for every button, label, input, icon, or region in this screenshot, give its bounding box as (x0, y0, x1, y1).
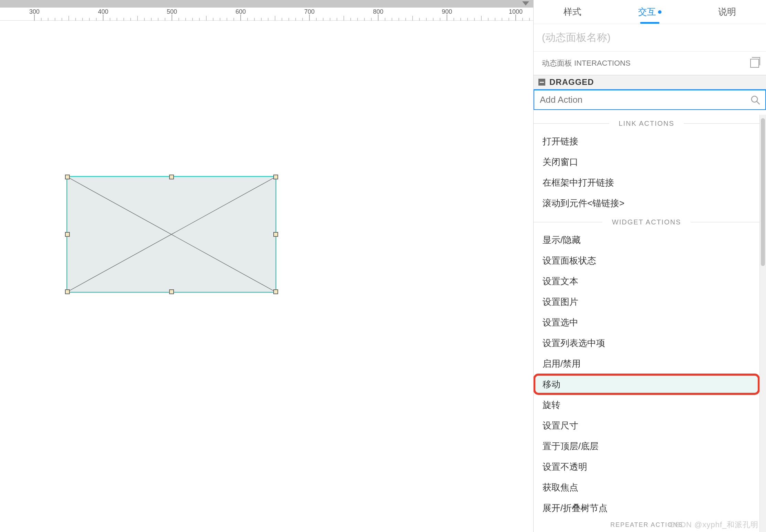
action-item[interactable]: 关闭窗口 (534, 152, 759, 172)
tab-interactions[interactable]: 交互 (611, 0, 688, 24)
inspector-panel: 样式 交互 说明 (动态面板名称) 动态面板 INTERACTIONS DRAG… (533, 0, 766, 532)
action-item[interactable]: 获取焦点 (534, 477, 759, 498)
action-list[interactable]: LINK ACTIONS打开链接关闭窗口在框架中打开链接滚动到元件<锚链接>WI… (534, 115, 760, 532)
add-action-search[interactable] (534, 89, 766, 110)
action-group-header: LINK ACTIONS (534, 115, 759, 131)
svg-text:400: 400 (98, 8, 108, 15)
svg-text:300: 300 (29, 8, 40, 15)
action-item[interactable]: 打开链接 (534, 131, 759, 152)
action-group-header: WIDGET ACTIONS (534, 213, 759, 230)
resize-handle-ml[interactable] (65, 232, 70, 237)
resize-handle-br[interactable] (273, 289, 278, 294)
search-icon (750, 95, 760, 105)
event-header-dragged[interactable]: DRAGGED (534, 75, 766, 89)
action-item[interactable]: 启用/禁用 (534, 353, 759, 374)
add-action-input[interactable] (534, 90, 765, 109)
action-item[interactable]: 显示/隐藏 (534, 230, 759, 250)
interactions-section-label: 动态面板 INTERACTIONS (542, 58, 631, 68)
action-item[interactable]: 设置列表选中项 (534, 333, 759, 353)
scrollbar-thumb[interactable] (761, 118, 765, 266)
resize-handle-tl[interactable] (65, 175, 70, 179)
action-item[interactable]: 设置面板状态 (534, 250, 759, 271)
collapse-icon[interactable] (538, 79, 545, 86)
action-item[interactable]: 滚动到元件<锚链接> (534, 193, 759, 213)
action-item[interactable]: 在框架中打开链接 (534, 172, 759, 193)
svg-text:500: 500 (167, 8, 177, 15)
svg-text:800: 800 (373, 8, 383, 15)
resize-handle-tm[interactable] (169, 175, 174, 179)
action-item[interactable]: 旋转 (534, 395, 759, 415)
action-scrollbar[interactable] (760, 115, 766, 532)
interactions-section-header: 动态面板 INTERACTIONS (534, 52, 766, 75)
action-item[interactable]: 设置选中 (534, 312, 759, 333)
resize-handle-bm[interactable] (169, 289, 174, 294)
svg-text:700: 700 (304, 8, 315, 15)
action-item[interactable]: 移动 (534, 374, 759, 395)
canvas-toolbar (0, 0, 533, 8)
action-item[interactable]: 设置图片 (534, 291, 759, 312)
selected-dynamic-panel[interactable] (66, 175, 277, 293)
canvas-area[interactable]: 3004005006007008009001000 (0, 0, 533, 532)
svg-text:1000: 1000 (509, 8, 523, 15)
horizontal-ruler: 3004005006007008009001000 (0, 8, 533, 21)
unsaved-dot-icon (658, 10, 661, 14)
action-item[interactable]: 设置尺寸 (534, 415, 759, 436)
svg-line-91 (757, 101, 760, 104)
placeholder-fill (67, 177, 275, 292)
tab-style[interactable]: 样式 (534, 0, 611, 24)
event-label: DRAGGED (549, 77, 594, 87)
dropdown-icon[interactable] (522, 1, 529, 5)
action-item[interactable]: 设置不透明 (534, 456, 759, 477)
tab-notes[interactable]: 说明 (689, 0, 766, 24)
widget-name-input[interactable]: (动态面板名称) (534, 24, 766, 52)
svg-point-90 (752, 96, 758, 102)
resize-handle-tr[interactable] (273, 175, 278, 179)
tab-interactions-label: 交互 (638, 6, 656, 18)
popout-icon[interactable] (750, 59, 759, 68)
svg-text:600: 600 (236, 8, 246, 15)
watermark-text: CSDN @xyphf_和派孔明 (669, 520, 758, 530)
svg-text:900: 900 (442, 8, 452, 15)
action-item[interactable]: 设置文本 (534, 271, 759, 291)
resize-handle-bl[interactable] (65, 289, 70, 294)
action-item[interactable]: 置于顶层/底层 (534, 436, 759, 456)
inspector-tabs: 样式 交互 说明 (534, 0, 766, 24)
action-item[interactable]: 展开/折叠树节点 (534, 498, 759, 518)
resize-handle-mr[interactable] (273, 232, 278, 237)
